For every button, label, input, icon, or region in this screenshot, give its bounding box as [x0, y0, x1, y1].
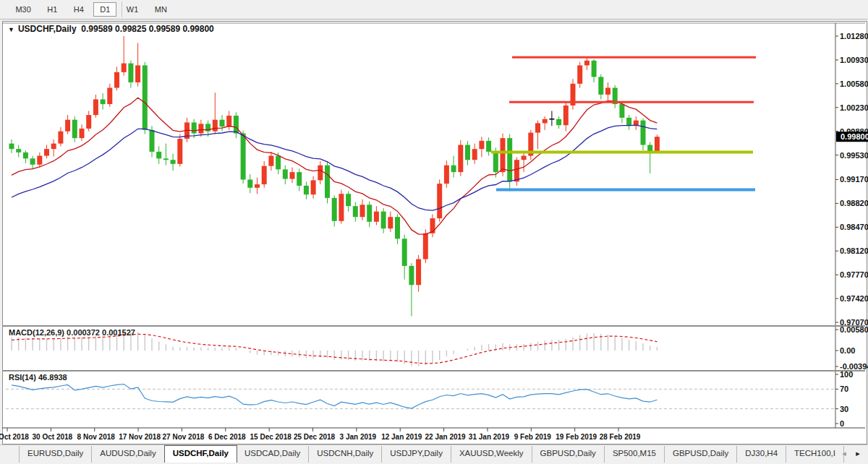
tab-scroll-arrows: ◂ ▸	[838, 449, 864, 458]
mt4-application: M30 H1 H4 D1 W1 MN 1.012801.009301.00580…	[0, 0, 868, 464]
chart-tab-xauusd-weekly[interactable]: XAUUSD,Weekly	[451, 446, 532, 463]
chart-tab-tech100-i[interactable]: TECH100,I	[786, 446, 844, 463]
rsi-indicator-label: RSI(14) 46.8938	[9, 373, 67, 382]
chart-tab-usdcnh-daily[interactable]: USDCNH,Daily	[309, 446, 382, 463]
date-axis-label: 9 Feb 2019	[514, 433, 552, 441]
price-axis-label: 0.97420	[840, 294, 868, 303]
rsi-axis-label: 0	[840, 419, 844, 428]
tab-scroll-left-icon[interactable]: ◂	[838, 449, 850, 458]
chart-tab-usdchf-daily[interactable]: USDCHF,Daily	[164, 445, 237, 463]
date-axis-label: 12 Jan 2019	[381, 433, 422, 441]
chart-title-ohlc: 0.99589 0.99825 0.99589 0.99800	[81, 24, 214, 34]
date-axis-label: 25 Dec 2018	[294, 433, 336, 441]
rsi-line	[12, 384, 657, 409]
price-axis-label: 0.99170	[840, 175, 868, 184]
rsi-axis-label: 30	[840, 405, 848, 413]
date-axis-label: 15 Dec 2018	[250, 433, 292, 441]
chart-tab-gbpusd-daily[interactable]: GBPUSD,Daily	[532, 446, 605, 463]
date-axis-label: 22 Jan 2019	[425, 433, 467, 441]
chart-tab-gbpusd-daily[interactable]: GBPUSD,Daily	[665, 446, 737, 463]
macd-axis-label: 0.005802	[840, 325, 868, 334]
date-axis-label: 30 Oct 2018	[33, 433, 73, 441]
price-axis[interactable]: 1.012801.009301.005801.002300.998800.995…	[835, 32, 868, 327]
chart-tab-sp500-m15[interactable]: SP500,M15	[605, 446, 665, 463]
date-axis-label: 6 Dec 2018	[208, 433, 246, 441]
rsi-axis-label: 100	[840, 370, 853, 379]
tab-scroll-right-icon[interactable]: ▸	[852, 449, 864, 458]
date-axis-label: 19 Feb 2019	[556, 433, 597, 441]
chart-title: ▼USDCHF,Daily 0.99589 0.99825 0.99589 0.…	[8, 24, 214, 34]
chart-tab-usdcad-daily[interactable]: USDCAD,Daily	[237, 446, 309, 463]
macd-panel[interactable]: 0.0058020.00-0.003945	[12, 325, 868, 371]
svg-text:0.99800: 0.99800	[841, 132, 868, 141]
symbol-dropdown-icon[interactable]: ▼	[8, 26, 14, 33]
chart-tab-eurusd-daily[interactable]: EURUSD,Daily	[19, 446, 92, 463]
date-axis-label: 31 Jan 2019	[469, 433, 510, 441]
date-axis-label: 8 Nov 2018	[77, 433, 116, 441]
date-axis-label: 27 Nov 2018	[163, 433, 205, 441]
chart-title-symbol: USDCHF,Daily	[18, 24, 77, 34]
price-axis-label: 1.00230	[840, 103, 868, 112]
price-axis-label: 1.01280	[840, 32, 868, 40]
rsi-axis-label: 70	[840, 384, 848, 393]
chart-tab-usdjpy-daily[interactable]: USDJPY,Daily	[382, 446, 451, 463]
date-axis-label: 20 Oct 2018	[0, 433, 29, 441]
price-axis-label: 1.00930	[840, 56, 868, 64]
candlestick-series[interactable]	[9, 36, 660, 317]
macd-indicator-label: MACD(12,26,9) 0.000372 0.001527	[9, 328, 135, 337]
price-axis-label: 0.97770	[840, 270, 868, 279]
date-axis[interactable]: 20 Oct 201830 Oct 20188 Nov 201817 Nov 2…	[0, 428, 641, 441]
chart-tab-dj30-h4[interactable]: DJ30,H4	[737, 446, 786, 463]
macd-axis-label: 0.00	[840, 346, 855, 355]
date-axis-label: 3 Jan 2019	[340, 433, 377, 441]
chart-tabs: EURUSD,DailyAUDUSD,DailyUSDCHF,DailyUSDC…	[19, 445, 844, 464]
price-axis-label: 0.98470	[840, 223, 868, 231]
date-axis-label: 17 Nov 2018	[119, 433, 161, 441]
rsi-panel[interactable]: 10070300	[6, 370, 853, 428]
price-axis-label: 0.99530	[840, 151, 868, 160]
chart-tab-audusd-daily[interactable]: AUDUSD,Daily	[92, 446, 164, 463]
price-axis-label: 0.98120	[840, 246, 868, 255]
price-axis-label: 1.00580	[840, 80, 868, 88]
chart-tab-bar: EURUSD,DailyAUDUSD,DailyUSDCHF,DailyUSDC…	[0, 444, 868, 464]
date-axis-label: 28 Feb 2019	[600, 433, 641, 441]
current-price-tag: 0.99800	[836, 132, 868, 142]
price-axis-label: 0.98820	[840, 199, 868, 207]
chart-canvas[interactable]: 1.012801.009301.005801.002300.998800.995…	[0, 0, 868, 464]
